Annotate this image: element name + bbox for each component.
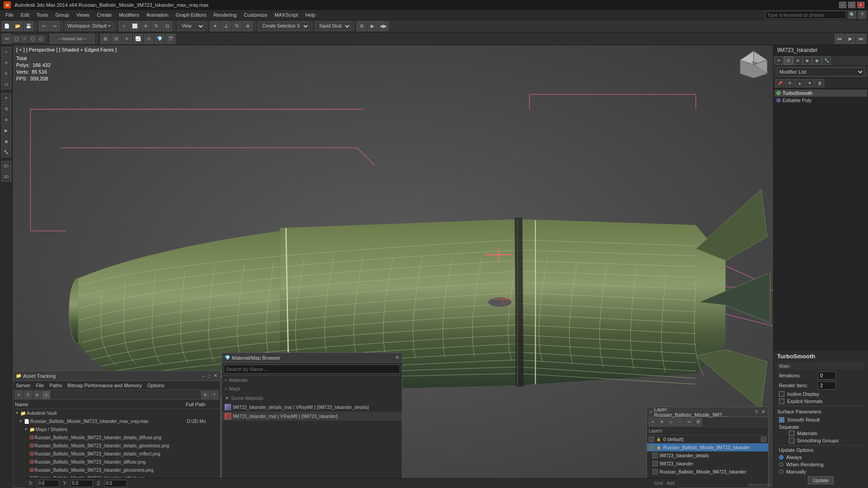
- when-rendering-radio[interactable]: [779, 462, 783, 467]
- rotate-tool[interactable]: ↻: [1, 69, 11, 79]
- select-region[interactable]: ⬜: [130, 21, 140, 31]
- menu-rendering[interactable]: Rendering: [210, 11, 241, 19]
- mb-section-maps[interactable]: + Maps: [222, 385, 402, 393]
- lp-row-0[interactable]: 🔓 0 (default): [647, 435, 768, 443]
- search-icon[interactable]: 🔍: [848, 11, 856, 19]
- lp-vis-4[interactable]: [652, 469, 658, 474]
- tb2-btn2[interactable]: ○: [21, 35, 28, 42]
- at-row-maps[interactable]: ▼ 📁 Maps / Shaders: [13, 425, 220, 433]
- material-editor[interactable]: 💎: [155, 34, 165, 44]
- at-settings[interactable]: ⚙: [201, 391, 209, 399]
- modifier-turbosmooth[interactable]: TurboSmooth: [774, 89, 867, 97]
- modifier-list-dropdown[interactable]: Modifier List: [777, 67, 864, 76]
- menu-help[interactable]: Help: [302, 11, 319, 19]
- tb2-btn1[interactable]: ▢: [13, 35, 20, 42]
- lp-settings[interactable]: ⚙: [694, 418, 702, 426]
- select-rotate[interactable]: ↻: [151, 21, 161, 31]
- tb2-btn3[interactable]: ⬡: [29, 35, 36, 42]
- undo-button[interactable]: ↩: [39, 21, 49, 31]
- help-button[interactable]: ?: [858, 11, 866, 19]
- menu-file[interactable]: File: [2, 11, 17, 19]
- smoothing-groups-checkbox[interactable]: [789, 438, 794, 443]
- menu-animation[interactable]: Animation: [143, 11, 172, 19]
- mb-section-materials[interactable]: + Materials: [222, 376, 402, 385]
- at-row-img3[interactable]: 🖼 Russian_Ballistic_Missile_9M723_Iskand…: [13, 450, 220, 458]
- at-menu-server[interactable]: Server: [13, 382, 33, 389]
- at-row-img2[interactable]: 🖼 Russian_Ballistic_Missile_9M723_Iskand…: [13, 441, 220, 450]
- save-button[interactable]: 💾: [24, 21, 33, 31]
- selection-filter[interactable]: Create Selection S: [258, 22, 310, 31]
- mb-search-input[interactable]: [224, 365, 400, 374]
- menu-graph-editors[interactable]: Graph Editors: [172, 11, 210, 19]
- at-row-img5[interactable]: 🖼 Russian_Ballistic_Missile_9M723_Iskand…: [13, 466, 220, 474]
- at-restore[interactable]: □: [208, 373, 211, 379]
- snap-2d[interactable]: 2D: [1, 161, 11, 171]
- modifier-editable-poly[interactable]: Editable Poly: [774, 97, 867, 104]
- schematic[interactable]: ⊙: [144, 34, 154, 44]
- mirror[interactable]: ⊞: [100, 34, 110, 44]
- new-button[interactable]: 📄: [2, 21, 12, 31]
- navigation-cube[interactable]: Top: [738, 49, 769, 80]
- lp-row-4[interactable]: Russian_Ballistic_Missile_9M723_Iskander: [647, 468, 768, 476]
- update-button[interactable]: Update: [808, 476, 834, 484]
- menu-modifiers[interactable]: Modifiers: [115, 11, 143, 19]
- at-close[interactable]: ✕: [213, 373, 217, 379]
- menu-edit[interactable]: Edit: [17, 11, 33, 19]
- materials-checkbox[interactable]: [789, 431, 794, 436]
- menu-views[interactable]: Views: [73, 11, 93, 19]
- explicit-normals-checkbox[interactable]: [779, 399, 784, 404]
- at-menu-options[interactable]: Options: [145, 382, 167, 389]
- render-active[interactable]: ◀▶: [378, 21, 388, 31]
- at-row-img6[interactable]: 🖼 Russian_Ballistic_Missile_9M723_Iskand…: [13, 474, 220, 478]
- y-coord-input[interactable]: [71, 480, 93, 487]
- lp-close[interactable]: ✕: [761, 409, 765, 415]
- at-menu-bitmap[interactable]: Bitmap Performance and Memory: [65, 382, 144, 389]
- close-button[interactable]: ✕: [857, 2, 864, 8]
- at-menu-file[interactable]: File: [33, 382, 47, 389]
- angle-snap[interactable]: ∠: [221, 21, 231, 31]
- at-minimize[interactable]: –: [202, 373, 205, 379]
- lp-move-to-layer[interactable]: ⇒: [685, 418, 693, 426]
- at-row-img1[interactable]: 🖼 Russian_Ballistic_Missile_9M723_Iskand…: [13, 433, 220, 441]
- isoline-checkbox[interactable]: [779, 391, 784, 397]
- menu-create[interactable]: Create: [93, 11, 115, 19]
- lp-new-layer[interactable]: +: [649, 418, 657, 426]
- lp-select-objs[interactable]: ⊹: [667, 418, 675, 426]
- at-row-maxfile[interactable]: ▼ 📄 Russian_Ballistic_Missile_9M723_Iska…: [13, 417, 220, 425]
- lp-add-to-layer[interactable]: →: [676, 418, 684, 426]
- select-tool[interactable]: ⊹: [1, 47, 11, 57]
- percent-snap[interactable]: %: [232, 21, 242, 31]
- render-setup[interactable]: ⚙: [357, 21, 367, 31]
- at-row-vault[interactable]: ▼ 📁 Autodesk Vault: [13, 409, 220, 417]
- select-scale[interactable]: ⊡: [162, 21, 172, 31]
- mb-close[interactable]: ✕: [395, 355, 399, 361]
- minimize-button[interactable]: –: [839, 2, 846, 8]
- menu-tools[interactable]: Tools: [33, 11, 52, 19]
- menu-customize[interactable]: Customize: [240, 11, 271, 19]
- select-move[interactable]: ✛: [141, 21, 151, 31]
- move-tool[interactable]: ✛: [1, 58, 11, 68]
- open-button[interactable]: 📂: [13, 21, 23, 31]
- modify-panel[interactable]: ⚙: [1, 104, 11, 114]
- panel-create[interactable]: ✦: [774, 56, 783, 65]
- lp-row-2[interactable]: 9M723_Iskander_details: [647, 451, 768, 460]
- always-radio[interactable]: [779, 455, 783, 460]
- mod-move-down[interactable]: ▼: [805, 79, 814, 87]
- lp-vis-3[interactable]: [652, 461, 658, 466]
- z-coord-input[interactable]: [104, 480, 127, 487]
- mb-mat-2[interactable]: 9M723_iskander_mat ( VRayMtl ) [9M723_Is…: [222, 412, 402, 421]
- mb-mat-1[interactable]: 9M723_iskander_details_mat ( VRayMtl ) […: [222, 403, 402, 412]
- tb2-btn4[interactable]: ◇: [37, 35, 44, 42]
- smooth-result-checkbox[interactable]: [779, 417, 784, 422]
- at-row-img4[interactable]: 🖼 Russian_Ballistic_Missile_9M723_Iskand…: [13, 458, 220, 466]
- search-input[interactable]: [765, 11, 846, 19]
- x-coord-input[interactable]: [37, 480, 59, 487]
- workspace-dropdown[interactable]: Workspace: Default ▼: [65, 22, 113, 31]
- at-icon-view[interactable]: ⊞: [33, 391, 41, 399]
- reference-coord[interactable]: View: [178, 22, 205, 31]
- mb-scene-section[interactable]: ▼ Scene Materials: [222, 394, 402, 403]
- restore-button[interactable]: □: [848, 2, 855, 8]
- playback-play[interactable]: ▶: [845, 34, 855, 44]
- create-panel[interactable]: ✦: [1, 93, 11, 103]
- layer-mgr[interactable]: ≡: [122, 34, 132, 44]
